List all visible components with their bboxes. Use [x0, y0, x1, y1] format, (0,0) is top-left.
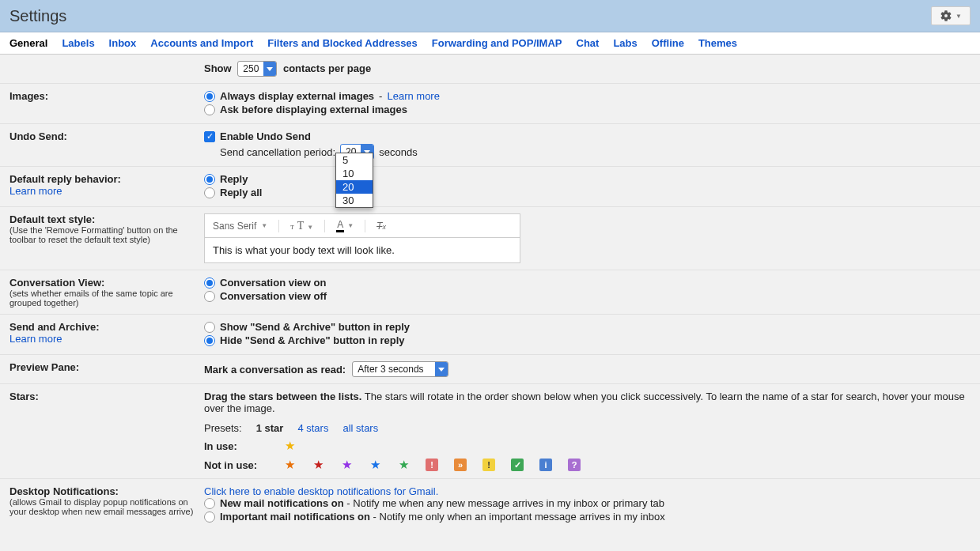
desktop-opt1-desc: - Notify me when any new message arrives…	[344, 497, 664, 509]
sendarchive-opt-show: Show "Send & Archive" button in reply	[220, 321, 410, 333]
tab-forwarding[interactable]: Forwarding and POP/IMAP	[432, 37, 562, 54]
images-learn-more[interactable]: Learn more	[387, 90, 439, 102]
row-text-style: Default text style: (Use the 'Remove For…	[0, 207, 980, 270]
desktop-enable-link[interactable]: Click here to enable desktop notificatio…	[204, 485, 971, 497]
row-default-reply: Default reply behavior: Learn more Reply…	[0, 167, 980, 207]
desktop-label: Desktop Notifications:	[9, 485, 119, 497]
textstyle-sub: (Use the 'Remove Formatting' button on t…	[9, 225, 204, 244]
star-yellow-icon[interactable]: ★	[283, 439, 296, 453]
row-preview-pane: Preview Pane: Mark a conversation as rea…	[0, 355, 980, 384]
reply-label: Default reply behavior:	[9, 173, 121, 185]
undo-option-10[interactable]: 10	[336, 167, 373, 180]
conv-opt-off: Conversation view off	[220, 290, 327, 302]
chevron-down-icon[interactable]	[435, 362, 448, 376]
font-select[interactable]: Sans Serif▼	[213, 221, 267, 232]
radio-conv-off[interactable]	[204, 291, 215, 302]
remove-formatting-button[interactable]: Tx	[376, 221, 386, 232]
header-bar: Settings ▼	[0, 0, 980, 32]
star-red-icon[interactable]: ★	[312, 458, 324, 472]
chevron-down-icon[interactable]	[263, 62, 276, 76]
tab-general[interactable]: General	[9, 37, 47, 54]
stamp-blue-info-icon[interactable]: i	[539, 459, 552, 471]
textstyle-label: Default text style:	[9, 213, 95, 225]
tab-offline[interactable]: Offline	[652, 37, 684, 54]
row-desktop-notifications: Desktop Notifications: (allows Gmail to …	[0, 479, 980, 530]
tab-filters[interactable]: Filters and Blocked Addresses	[267, 37, 418, 54]
reply-opt-replyall: Reply all	[220, 187, 262, 198]
sendarchive-label: Send and Archive:	[9, 321, 100, 333]
radio-important-on[interactable]	[204, 511, 215, 523]
images-label: Images:	[9, 90, 48, 102]
chevron-down-icon: ▼	[347, 222, 354, 229]
images-opt-always: Always display external images	[220, 90, 374, 102]
text-color-button[interactable]: A▼	[336, 219, 354, 232]
tab-labels[interactable]: Labels	[62, 37, 94, 54]
tab-inbox[interactable]: Inbox	[109, 37, 137, 54]
chevron-down-icon: ▼	[261, 222, 267, 229]
text-style-sample: This is what your body text will look li…	[205, 238, 520, 262]
preset-4stars[interactable]: 4 stars	[297, 422, 328, 434]
row-conversation-view: Conversation View: (sets whether emails …	[0, 270, 980, 315]
stamp-purple-question-icon[interactable]: ?	[568, 459, 581, 471]
preset-1star[interactable]: 1 star	[256, 422, 284, 434]
reply-opt-reply: Reply	[220, 173, 248, 185]
tab-labs[interactable]: Labs	[613, 37, 637, 54]
desktop-opt1: New mail notifications on	[220, 497, 344, 509]
font-size-button[interactable]: тT▼	[290, 220, 313, 232]
radio-images-always[interactable]	[204, 91, 215, 102]
tab-accounts[interactable]: Accounts and Import	[150, 37, 253, 54]
tab-chat[interactable]: Chat	[577, 37, 600, 54]
preview-mark-label: Mark a conversation as read:	[204, 364, 346, 376]
star-green-icon[interactable]: ★	[397, 458, 410, 472]
undo-label: Undo Send:	[9, 130, 67, 142]
stamp-red-bang-icon[interactable]: !	[426, 459, 438, 471]
row-images: Images: Always display external images -…	[0, 84, 980, 124]
stars-drag: Drag the stars between the lists.	[204, 391, 361, 402]
contacts-per-page-select[interactable]: 250	[237, 61, 277, 77]
radio-newmail-on[interactable]	[204, 498, 215, 509]
row-contacts: Show 250 contacts per page	[0, 55, 980, 84]
stamp-green-check-icon[interactable]: ✓	[511, 459, 524, 471]
undo-option-30[interactable]: 30	[336, 194, 373, 207]
star-blue-icon[interactable]: ★	[369, 458, 381, 472]
undo-enable-label: Enable Undo Send	[220, 130, 311, 142]
stars-notinuse-label: Not in use:	[204, 459, 267, 471]
sendarchive-learn-more[interactable]: Learn more	[9, 333, 204, 345]
row-stars: Stars: Drag the stars between the lists.…	[0, 384, 980, 479]
undo-seconds-label: seconds	[379, 146, 417, 158]
undo-option-20[interactable]: 20	[336, 180, 373, 194]
checkbox-enable-undo[interactable]	[204, 131, 215, 142]
preview-mark-select[interactable]: After 3 seconds	[352, 361, 448, 377]
star-purple-icon[interactable]: ★	[340, 458, 353, 472]
stamp-orange-arrow-icon[interactable]: »	[454, 459, 467, 471]
stars-label: Stars:	[9, 391, 39, 402]
conv-sub: (sets whether emails of the same topic a…	[9, 289, 204, 308]
row-send-archive: Send and Archive: Learn more Show "Send …	[0, 315, 980, 355]
undo-option-5[interactable]: 5	[336, 153, 373, 167]
settings-tabs: General Labels Inbox Accounts and Import…	[0, 32, 980, 55]
undo-period-dropdown[interactable]: 5 10 20 30	[335, 153, 373, 208]
preset-allstars[interactable]: all stars	[342, 422, 378, 434]
reply-learn-more[interactable]: Learn more	[9, 185, 204, 197]
chevron-down-icon: ▼	[955, 13, 962, 20]
conv-label: Conversation View:	[9, 277, 104, 289]
settings-content: Show 250 contacts per page Images: Alway…	[0, 55, 980, 551]
stamp-yellow-bang-icon[interactable]: !	[482, 459, 495, 471]
radio-reply-all[interactable]	[204, 187, 215, 198]
radio-conv-on[interactable]	[204, 277, 215, 289]
radio-hide-sendarchive[interactable]	[204, 335, 215, 346]
undo-period-label: Send cancellation period:	[220, 146, 335, 158]
stars-presets-label: Presets:	[204, 422, 242, 434]
desktop-opt2-desc: - Notify me only when an important messa…	[370, 511, 665, 523]
star-orange-icon[interactable]: ★	[283, 458, 296, 472]
tab-themes[interactable]: Themes	[698, 37, 737, 54]
conv-opt-on: Conversation view on	[220, 277, 326, 289]
radio-images-ask[interactable]	[204, 104, 215, 115]
radio-show-sendarchive[interactable]	[204, 322, 215, 333]
row-undo-send: Undo Send: Enable Undo Send Send cancell…	[0, 124, 980, 167]
radio-reply[interactable]	[204, 174, 215, 185]
settings-gear-button[interactable]: ▼	[931, 6, 971, 25]
gear-icon	[940, 9, 952, 22]
desktop-opt2: Important mail notifications on	[220, 511, 370, 523]
text-style-editor: Sans Serif▼ тT▼ A▼ Tx This is what your …	[204, 213, 520, 263]
